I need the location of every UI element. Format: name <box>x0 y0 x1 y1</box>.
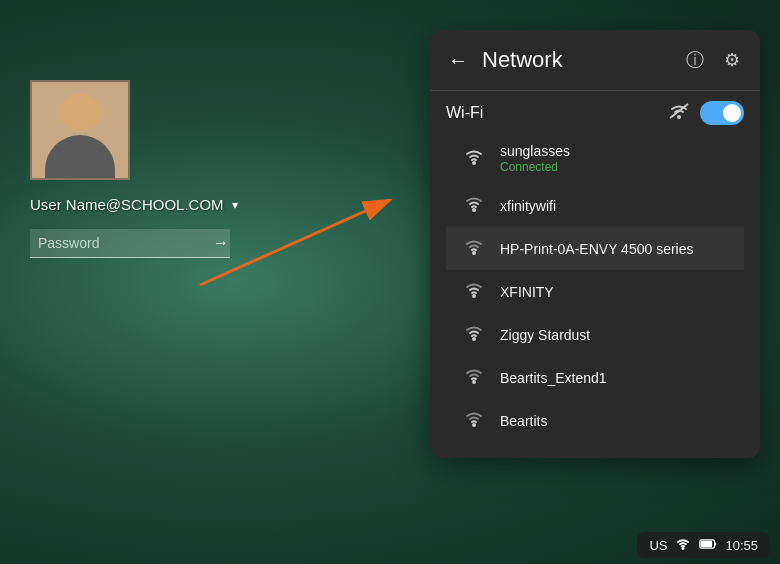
network-info: Beartits <box>500 413 547 429</box>
network-name: Ziggy Stardust <box>500 327 590 343</box>
network-item[interactable]: Beartits <box>446 399 744 442</box>
network-info: Beartits_Extend1 <box>500 370 607 386</box>
svg-point-9 <box>472 380 476 384</box>
network-status: Connected <box>500 160 570 174</box>
taskbar-battery-icon <box>699 537 717 553</box>
network-name: HP-Print-0A-ENVY 4500 series <box>500 241 693 257</box>
wifi-signal-icon <box>462 237 486 260</box>
network-name: XFINITY <box>500 284 554 300</box>
network-name: sunglasses <box>500 143 570 159</box>
network-title: Network <box>482 47 670 73</box>
svg-rect-13 <box>715 542 717 545</box>
network-name: Beartits <box>500 413 547 429</box>
settings-button[interactable]: ⚙ <box>720 45 744 75</box>
network-info: HP-Print-0A-ENVY 4500 series <box>500 241 693 257</box>
wifi-controls <box>668 101 744 125</box>
network-info: sunglasses Connected <box>500 143 570 174</box>
username-text: User Name@SCHOOL.COM <box>30 196 224 213</box>
password-input[interactable] <box>38 233 213 253</box>
svg-rect-14 <box>701 541 712 548</box>
network-item[interactable]: Ziggy Stardust <box>446 313 744 356</box>
svg-point-2 <box>677 115 681 119</box>
wifi-signal-icon <box>462 409 486 432</box>
taskbar-wifi-icon <box>675 537 691 553</box>
network-info: Ziggy Stardust <box>500 327 590 343</box>
wifi-header-row: Wi-Fi <box>446 101 744 125</box>
avatar-head <box>59 94 101 131</box>
network-list: sunglasses Connected xfinitywifi <box>446 133 744 448</box>
wifi-signal-icon <box>462 366 486 389</box>
taskbar-locale: US <box>649 538 667 553</box>
wifi-section: Wi-Fi <box>430 91 760 458</box>
svg-point-6 <box>472 251 476 255</box>
wifi-label: Wi-Fi <box>446 104 483 122</box>
network-item[interactable]: XFINITY <box>446 270 744 313</box>
wifi-signal-header-icon <box>668 102 690 125</box>
wifi-toggle[interactable] <box>700 101 744 125</box>
network-info: XFINITY <box>500 284 554 300</box>
wifi-signal-icon <box>462 147 486 170</box>
svg-point-4 <box>472 161 476 165</box>
password-row: → <box>30 229 230 258</box>
svg-point-7 <box>472 294 476 298</box>
network-item[interactable]: Beartits_Extend1 <box>446 356 744 399</box>
network-header: ← Network ⓘ ⚙ <box>430 30 760 91</box>
network-item[interactable]: HP-Print-0A-ENVY 4500 series <box>446 227 744 270</box>
svg-point-5 <box>472 208 476 212</box>
svg-point-10 <box>472 423 476 427</box>
avatar <box>30 80 130 180</box>
network-name: Beartits_Extend1 <box>500 370 607 386</box>
submit-button[interactable]: → <box>213 234 229 252</box>
wifi-signal-icon <box>462 323 486 346</box>
network-info: xfinitywifi <box>500 198 556 214</box>
svg-point-8 <box>472 337 476 341</box>
taskbar: US 10:55 <box>637 532 770 558</box>
taskbar-time: 10:55 <box>725 538 758 553</box>
svg-point-11 <box>682 547 685 550</box>
login-panel: User Name@SCHOOL.COM ▾ → <box>30 80 238 258</box>
network-panel: ← Network ⓘ ⚙ Wi-Fi <box>430 30 760 458</box>
username-row: User Name@SCHOOL.COM ▾ <box>30 196 238 213</box>
back-button[interactable]: ← <box>446 48 470 72</box>
wifi-signal-icon <box>462 280 486 303</box>
network-item[interactable]: xfinitywifi <box>446 184 744 227</box>
network-item[interactable]: sunglasses Connected <box>446 133 744 184</box>
network-name: xfinitywifi <box>500 198 556 214</box>
wifi-signal-icon <box>462 194 486 217</box>
info-button[interactable]: ⓘ <box>682 44 708 76</box>
dropdown-arrow-icon[interactable]: ▾ <box>232 198 238 212</box>
avatar-body <box>45 135 115 178</box>
